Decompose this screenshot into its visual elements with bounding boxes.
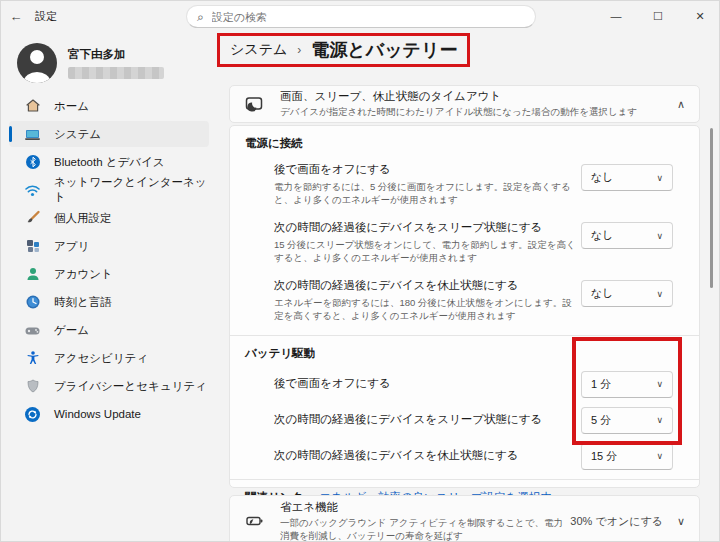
sidebar-item-label: アクセシビリティ	[54, 351, 148, 366]
sidebar-item-home[interactable]: ホーム	[9, 93, 209, 119]
sidebar-item-label: 時刻と言語	[54, 295, 112, 310]
sidebar-item-network-internet[interactable]: ネットワークとインターネット	[9, 177, 209, 203]
minimize-button[interactable]: —	[595, 1, 637, 31]
chevron-down-icon: ∨	[656, 379, 663, 389]
sidebar-item-label: Bluetooth とデバイス	[54, 155, 165, 170]
settings-window: ← 設定 ⌕ — ☐ ✕ 宮下由多加 ホーム	[0, 0, 720, 542]
setting-title: 次の時間の経過後にデバイスを休止状態にする	[274, 448, 581, 463]
dropdown-value: なし	[591, 170, 656, 185]
search-box[interactable]: ⌕	[186, 5, 536, 28]
setting-row-sleep-plugged: 次の時間の経過後にデバイスをスリープ状態にする 15 分後にスリープ状態をオンに…	[230, 213, 699, 271]
maximize-button[interactable]: ☐	[637, 1, 679, 31]
section-on-battery: バッテリ駆動	[230, 336, 699, 365]
bluetooth-icon	[24, 154, 41, 171]
energy-saver-card[interactable]: 省エネ機能 一部のバックグラウンド アクティビティを制限することで、電力消費を削…	[229, 495, 700, 542]
setting-title: 後で画面をオフにする	[274, 376, 581, 391]
setting-row-screen-off-plugged: 後で画面をオフにする 電力を節約するには、5 分後に画面をオフにします。設定を高…	[230, 155, 699, 213]
avatar	[17, 43, 57, 83]
user-name: 宮下由多加	[68, 47, 164, 62]
search-input[interactable]	[212, 11, 492, 23]
system-icon	[24, 126, 41, 143]
title-bar: ← 設定 ⌕ — ☐ ✕	[1, 1, 720, 31]
sleep-battery-dropdown[interactable]: 5 分 ∨	[581, 407, 673, 434]
vertical-scrollbar[interactable]	[710, 128, 713, 288]
setting-row-hibernate-plugged: 次の時間の経過後にデバイスを休止状態にする エネルギーを節約するには、180 分…	[230, 271, 699, 329]
screen-off-battery-dropdown[interactable]: 1 分 ∨	[581, 371, 673, 398]
search-icon: ⌕	[197, 10, 204, 24]
setting-description: エネルギーを節約するには、180 分後に休止状態をオンにします。設定を高くすると…	[274, 296, 581, 322]
breadcrumb-highlight-box: システム › 電源とバッテリー	[217, 33, 470, 67]
sidebar-item-label: アカウント	[54, 267, 113, 282]
sidebar-item-label: 個人用設定	[54, 211, 112, 226]
user-email-redacted	[68, 67, 164, 79]
setting-row-screen-off-battery: 後で画面をオフにする 1 分 ∨	[230, 365, 699, 401]
chevron-down-icon: ∨	[656, 415, 663, 425]
sidebar-item-bluetooth-devices[interactable]: Bluetooth とデバイス	[9, 149, 209, 175]
setting-title: 次の時間の経過後にデバイスをスリープ状態にする	[274, 412, 581, 427]
setting-description: 15 分後にスリープ状態をオンにして、電力を節約します。設定を高くすると、より多…	[274, 238, 581, 264]
page-title: 電源とバッテリー	[311, 38, 457, 62]
sidebar-item-label: Windows Update	[54, 408, 141, 420]
chevron-down-icon[interactable]: ∨	[677, 515, 685, 528]
hibernate-battery-dropdown[interactable]: 15 分 ∨	[581, 443, 673, 470]
sidebar-item-label: ネットワークとインターネット	[54, 175, 209, 205]
battery-saver-icon	[244, 511, 264, 531]
hibernate-plugged-dropdown[interactable]: なし ∨	[581, 280, 673, 307]
clock-icon	[24, 294, 41, 311]
sidebar-item-windows-update[interactable]: Windows Update	[9, 401, 209, 427]
sidebar-item-label: プライバシーとセキュリティ	[54, 379, 207, 394]
back-icon[interactable]: ←	[1, 1, 31, 31]
timeouts-expander[interactable]: 画面、スリープ、休止状態のタイムアウト デバイスが指定された時間にわたりアイドル…	[229, 85, 700, 123]
sidebar: 宮下由多加 ホーム システム Bluetooth とデバ	[1, 31, 217, 542]
expander-description: デバイスが指定された時間にわたりアイドル状態になった場合の動作を選択します	[280, 106, 677, 119]
sidebar-item-apps[interactable]: アプリ	[9, 233, 209, 259]
expander-title: 画面、スリープ、休止状態のタイムアウト	[280, 89, 677, 104]
person-icon	[24, 266, 41, 283]
sidebar-item-personalization[interactable]: 個人用設定	[9, 205, 209, 231]
setting-row-sleep-battery: 次の時間の経過後にデバイスをスリープ状態にする 5 分 ∨	[230, 401, 699, 437]
home-icon	[24, 98, 41, 115]
setting-description: 電力を節約するには、5 分後に画面をオフにします。設定を高くすると、より多くのエ…	[274, 180, 581, 206]
app-title: 設定	[35, 9, 57, 24]
chevron-down-icon: ∨	[656, 289, 663, 299]
chevron-down-icon: ∨	[656, 231, 663, 241]
dropdown-value: 5 分	[591, 413, 656, 428]
wifi-icon	[24, 182, 41, 199]
user-profile[interactable]: 宮下由多加	[17, 43, 217, 83]
game-controller-icon	[24, 322, 41, 339]
screen-sleep-icon	[244, 94, 264, 114]
dropdown-value: 15 分	[591, 449, 656, 464]
chevron-down-icon: ∨	[656, 451, 663, 461]
setting-title: 次の時間の経過後にデバイスをスリープ状態にする	[274, 220, 581, 235]
sidebar-item-label: ゲーム	[54, 323, 89, 338]
sidebar-item-accounts[interactable]: アカウント	[9, 261, 209, 287]
chevron-down-icon: ∨	[656, 173, 663, 183]
sidebar-item-time-language[interactable]: 時刻と言語	[9, 289, 209, 315]
sidebar-nav: ホーム システム Bluetooth とデバイス ネットワークとインターネット	[1, 93, 217, 427]
setting-row-hibernate-battery: 次の時間の経過後にデバイスを休止状態にする 15 分 ∨	[230, 437, 699, 473]
breadcrumb-system[interactable]: システム	[230, 41, 287, 59]
sidebar-item-system[interactable]: システム	[9, 121, 209, 147]
breadcrumb-separator: ›	[297, 43, 301, 57]
chevron-up-icon[interactable]: ∧	[677, 98, 685, 111]
update-icon	[24, 406, 41, 423]
section-plugged-in: 電源に接続	[230, 126, 699, 155]
apps-icon	[24, 238, 41, 255]
timeout-settings-card: 電源に接続 後で画面をオフにする 電力を節約するには、5 分後に画面をオフにしま…	[229, 125, 700, 488]
sidebar-item-gaming[interactable]: ゲーム	[9, 317, 209, 343]
accessibility-icon	[24, 350, 41, 367]
dropdown-value: なし	[591, 286, 656, 301]
setting-title: 後で画面をオフにする	[274, 162, 581, 177]
energy-saver-title: 省エネ機能	[280, 500, 570, 515]
screen-off-plugged-dropdown[interactable]: なし ∨	[581, 164, 673, 191]
dropdown-value: なし	[591, 228, 656, 243]
shield-icon	[24, 378, 41, 395]
sidebar-item-privacy-security[interactable]: プライバシーとセキュリティ	[9, 373, 209, 399]
sleep-plugged-dropdown[interactable]: なし ∨	[581, 222, 673, 249]
paintbrush-icon	[24, 210, 41, 227]
sidebar-item-accessibility[interactable]: アクセシビリティ	[9, 345, 209, 371]
energy-saver-description: 一部のバックグラウンド アクティビティを制限することで、電力消費を削減し、バッテ…	[280, 517, 570, 542]
sidebar-item-label: システム	[54, 127, 101, 142]
energy-saver-value: 30% でオンにする	[570, 514, 663, 529]
close-button[interactable]: ✕	[679, 1, 720, 31]
